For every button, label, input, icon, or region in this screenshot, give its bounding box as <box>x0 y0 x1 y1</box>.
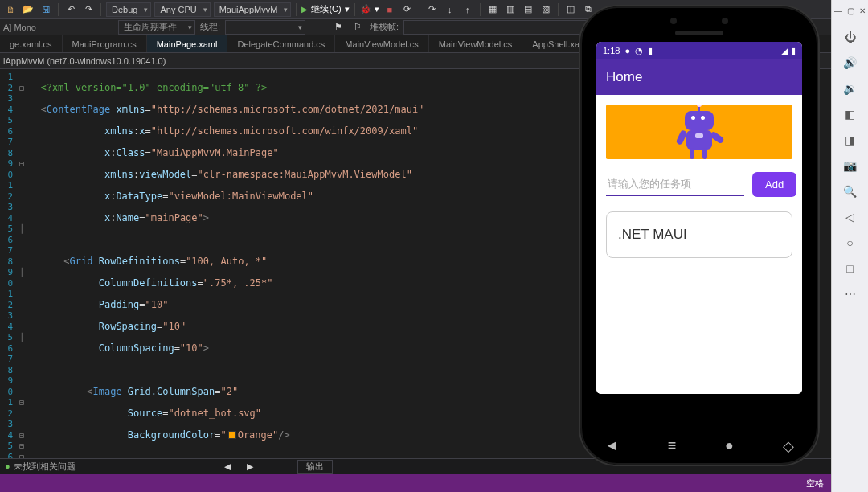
nav-menu-icon[interactable]: ≡ <box>668 437 677 455</box>
platform-dropdown[interactable]: Any CPU <box>154 2 210 17</box>
step-into-icon[interactable]: ↓ <box>443 2 457 17</box>
volume-up-icon[interactable]: 🔊 <box>841 54 860 72</box>
status-card-icon: ▮ <box>648 46 653 56</box>
camera-icon[interactable]: 📷 <box>841 157 860 174</box>
project-context-label: iAppMvvM (net7.0-windows10.0.19041.0) <box>3 56 166 66</box>
step-out-icon[interactable]: ↑ <box>461 2 475 17</box>
code-content[interactable]: <?xml version="1.0" encoding="utf-8" ?> … <box>26 69 424 466</box>
flag2-icon[interactable]: ⚐ <box>350 20 365 35</box>
app-title: Home <box>606 69 642 85</box>
tab-file[interactable]: DelegateCommand.cs <box>227 35 335 52</box>
fold-column: ⊟ ⊟ │ │ │ ⊟⊟⊟⊟ <box>18 69 26 466</box>
lifecycle-label: 生命周期事件 <box>124 21 177 33</box>
home-icon[interactable]: ○ <box>841 234 860 252</box>
project-context[interactable]: iAppMvvM (net7.0-windows10.0.19041.0) <box>3 56 166 66</box>
open-icon[interactable]: 📂 <box>21 2 35 17</box>
clock-label: 1:18 <box>603 46 620 55</box>
status-dot-icon: ● <box>624 46 630 55</box>
zoom-icon[interactable]: 🔍 <box>841 182 860 200</box>
stop-icon[interactable]: ■ <box>383 2 397 17</box>
back-icon[interactable]: ◁ <box>841 208 860 226</box>
layout-icon[interactable]: ▦ <box>485 2 500 17</box>
project-dropdown[interactable]: MauiAppMvvM <box>214 2 292 17</box>
lifecycle-dropdown[interactable]: 生命周期事件 <box>118 20 195 35</box>
minimize-icon[interactable]: — <box>834 6 842 15</box>
toolbar-separator <box>558 3 559 16</box>
thread-label: 线程: <box>200 21 220 33</box>
undo-icon[interactable]: ↶ <box>63 2 78 17</box>
add-button[interactable]: Add <box>752 172 796 197</box>
toolbar-separator <box>58 3 59 16</box>
emulator-tool-panel: — ▢ ✕ ⏻ 🔊 🔉 ◧ ◨ 📷 🔍 ◁ ○ □ ⋯ <box>831 0 868 492</box>
tab-file-active[interactable]: MainPage.xaml <box>147 35 228 52</box>
toolbar-separator <box>420 3 420 16</box>
save-all-icon[interactable]: 🖫 <box>39 2 53 17</box>
task-input[interactable] <box>606 173 744 196</box>
save-icon[interactable]: 🗎 <box>3 2 18 17</box>
stack-label: 堆栈帧: <box>370 21 399 33</box>
close-icon[interactable]: ✕ <box>859 6 866 15</box>
phone-emulator: 1:18 ● ◔ ▮ ◢ ▮ Home <box>579 5 820 466</box>
status-spaces[interactable]: 空格 <box>806 478 824 490</box>
app-body: Add .NET MAUI <box>596 95 802 394</box>
tree-icon[interactable]: ◫ <box>563 2 578 17</box>
nav-back-icon[interactable]: ◄ <box>604 437 619 455</box>
restart-icon[interactable]: ⟳ <box>400 2 415 17</box>
line-gutter: 1234 5678 9012 3456 7890 1234 5678 9012 … <box>0 69 18 466</box>
more-icon[interactable]: ⋯ <box>841 285 860 303</box>
flag-icon[interactable]: ⚑ <box>331 20 346 35</box>
power-icon[interactable]: ⏻ <box>841 28 860 46</box>
volume-down-icon[interactable]: 🔉 <box>841 80 860 97</box>
step-over-icon[interactable]: ↷ <box>425 2 440 17</box>
thread-dropdown[interactable] <box>225 20 305 35</box>
output-tab[interactable]: 输出 <box>297 460 333 474</box>
hot-reload-button[interactable]: ▾ <box>360 4 379 14</box>
wifi-icon: ◢ <box>781 46 788 56</box>
mono-label: A] Mono <box>3 23 36 32</box>
status-bar: 空格 CRLF <box>0 474 868 492</box>
phone-nav-buttons: ◄ ≡ ● ◇ <box>580 437 818 455</box>
tab-file[interactable]: MainViewModel.cs <box>429 35 523 52</box>
continue-button[interactable]: 继续(C) ▾ <box>301 3 349 15</box>
tab-file[interactable]: MauiProgram.cs <box>63 35 147 52</box>
tab-file[interactable]: ge.xaml.cs <box>0 35 63 52</box>
nav-recent-icon[interactable]: ◇ <box>783 437 794 455</box>
toolbar-separator <box>296 3 297 16</box>
redo-icon[interactable]: ↷ <box>81 2 96 17</box>
color-swatch-icon <box>228 431 236 439</box>
tab-file[interactable]: MainViewModel.cs <box>335 35 429 52</box>
problem-nav-prev[interactable]: ◀ <box>220 460 235 474</box>
layout-icon-2[interactable]: ▥ <box>503 2 518 17</box>
problem-nav-next[interactable]: ▶ <box>243 460 257 474</box>
rotate-right-icon[interactable]: ◨ <box>841 131 860 149</box>
status-globe-icon: ◔ <box>635 46 643 56</box>
android-status-bar: 1:18 ● ◔ ▮ ◢ ▮ <box>596 42 802 59</box>
maximize-icon[interactable]: ▢ <box>847 6 854 15</box>
no-issues-label[interactable]: 未找到相关问题 <box>5 461 76 473</box>
list-item[interactable]: .NET MAUI <box>606 211 792 258</box>
layout-icon-4[interactable]: ▧ <box>538 2 553 17</box>
phone-screen[interactable]: 1:18 ● ◔ ▮ ◢ ▮ Home <box>596 42 802 394</box>
toolbar-separator <box>480 3 481 16</box>
rotate-left-icon[interactable]: ◧ <box>841 105 860 123</box>
dotnet-bot-icon <box>677 108 722 159</box>
phone-speaker <box>675 31 723 35</box>
hero-image <box>606 105 792 159</box>
signal-icon: ▮ <box>791 46 796 56</box>
app-bar: Home <box>596 59 802 95</box>
nav-home-icon[interactable]: ● <box>725 437 734 455</box>
toolbar-separator <box>100 3 101 16</box>
toolbar-separator <box>354 3 355 16</box>
overview-icon[interactable]: □ <box>841 260 860 277</box>
continue-label: 继续(C) <box>311 3 341 15</box>
config-dropdown[interactable]: Debug <box>106 2 151 17</box>
layout-icon-3[interactable]: ▤ <box>521 2 535 17</box>
